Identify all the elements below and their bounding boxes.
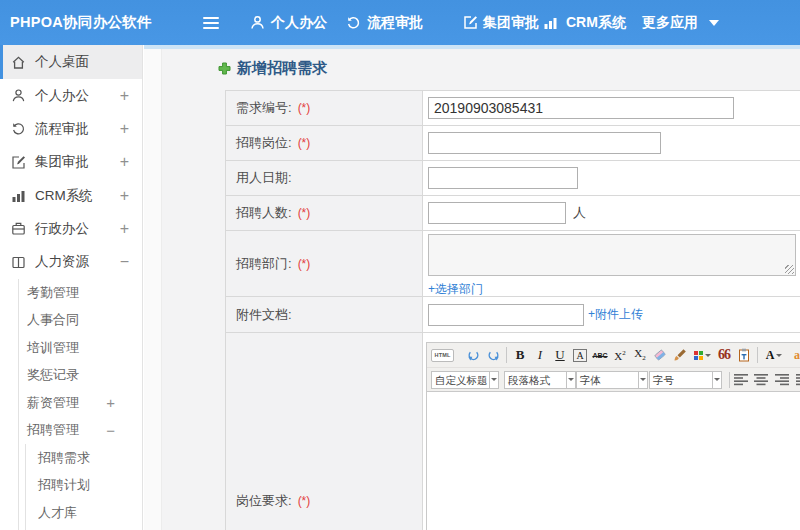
font-color-button[interactable]: A: [761, 346, 787, 364]
person-icon: [11, 88, 26, 103]
italic-button[interactable]: I: [530, 346, 550, 364]
expand-icon[interactable]: +: [106, 395, 115, 410]
sidebar-item-admin-office[interactable]: 行政办公 +: [0, 212, 142, 245]
expand-icon[interactable]: +: [120, 188, 129, 204]
form-row-hire-date: 用人日期:: [226, 161, 800, 196]
sidebar-item-recruit-mgmt[interactable]: 招聘管理−: [0, 416, 142, 444]
bold-button[interactable]: B: [510, 346, 530, 364]
strikethrough-button[interactable]: ABC: [590, 346, 610, 364]
field-label: 招聘人数:: [236, 204, 292, 222]
blockquote-button[interactable]: 66: [714, 346, 734, 364]
sidebar-item-hr[interactable]: 人力资源 −: [0, 245, 142, 278]
field-label: 需求编号:: [236, 99, 292, 117]
chevron-down-icon: [566, 372, 575, 388]
chevron-down-icon: [712, 372, 721, 388]
bar-chart-icon: [11, 188, 26, 203]
content-gutter: [144, 49, 162, 530]
form-row-position: 招聘岗位:(*): [226, 126, 800, 161]
html-source-button[interactable]: HTML: [431, 349, 454, 362]
sidebar-item-crm[interactable]: CRM系统 +: [0, 179, 142, 212]
sidebar-item-personal-office[interactable]: 个人办公 +: [0, 79, 142, 112]
hire-date-input[interactable]: [428, 167, 578, 189]
attachment-input[interactable]: [428, 304, 584, 326]
field-label: 岗位要求:: [236, 492, 292, 510]
font-button[interactable]: A: [570, 346, 590, 364]
form-row-headcount: 招聘人数:(*) 人: [226, 196, 800, 231]
sidebar-item-process-approval[interactable]: 流程审批 +: [0, 112, 142, 145]
form-row-department: 招聘部门:(*) +选择部门: [226, 231, 800, 297]
subscript-button[interactable]: X2: [630, 346, 650, 364]
rich-text-editor: HTML B I U A ABC X2 X2 66: [426, 342, 800, 530]
page-title-row: 新增招聘需求: [218, 59, 327, 78]
select-department-link[interactable]: +选择部门: [428, 281, 483, 298]
custom-title-select[interactable]: 自定义标题: [431, 371, 499, 389]
sidebar-item-recruit-plan[interactable]: 招聘计划: [0, 471, 142, 499]
nav-personal-office[interactable]: 个人办公: [250, 0, 327, 45]
editor-toolbar-row1: HTML B I U A ABC X2 X2 66: [427, 343, 800, 368]
app-header: PHPOA协同办公软件 个人办公 流程审批 集团审批 CRM系统 更多应用: [0, 0, 800, 45]
demand-no-input[interactable]: [428, 97, 734, 119]
sidebar-item-desktop[interactable]: 个人桌面: [0, 45, 142, 79]
unit-label: 人: [573, 204, 586, 222]
background-color-button[interactable]: a: [787, 346, 800, 364]
attachment-upload-link[interactable]: +附件上传: [588, 306, 643, 323]
editor-toolbar-row2: 自定义标题 段落格式 字体 字号: [427, 368, 800, 392]
nav-crm-system[interactable]: CRM系统: [543, 0, 626, 45]
position-input[interactable]: [428, 132, 661, 154]
sidebar-item-salary[interactable]: 薪资管理+: [0, 389, 142, 417]
superscript-button[interactable]: X2: [610, 346, 630, 364]
tree-guide-line: [18, 279, 19, 530]
align-right-icon[interactable]: [775, 371, 791, 389]
chevron-down-icon: [489, 372, 498, 388]
sidebar-item-rewards[interactable]: 奖惩记录: [0, 361, 142, 389]
chevron-down-icon: [638, 372, 647, 388]
required-mark: (*): [298, 206, 311, 220]
color-palette-icon[interactable]: [690, 346, 714, 364]
editor-content-area[interactable]: [427, 392, 800, 530]
headcount-input[interactable]: [428, 202, 566, 224]
nav-more-apps[interactable]: 更多应用: [642, 0, 698, 45]
sidebar: 个人桌面 个人办公 + 流程审批 + 集团审批 + CRM系统 + 行政办公 +…: [0, 45, 143, 530]
redo-icon[interactable]: [483, 346, 503, 364]
sidebar-item-recruit-demand[interactable]: 招聘需求: [0, 444, 142, 472]
expand-icon[interactable]: −: [106, 423, 115, 438]
align-center-icon[interactable]: [754, 371, 770, 389]
undo-icon[interactable]: [463, 346, 483, 364]
field-label: 附件文档:: [236, 306, 292, 324]
sidebar-item-attendance[interactable]: 考勤管理: [0, 279, 142, 307]
person-icon: [250, 15, 265, 30]
sidebar-item-hr-contract[interactable]: 人事合同: [0, 306, 142, 334]
department-textarea[interactable]: [428, 234, 796, 276]
sidebar-item-group-approval[interactable]: 集团审批 +: [0, 146, 142, 179]
expand-icon[interactable]: +: [120, 88, 129, 104]
form-row-attachment: 附件文档: +附件上传: [226, 297, 800, 333]
more-apps-caret-icon[interactable]: [709, 20, 719, 26]
page-title: 新增招聘需求: [237, 59, 327, 78]
nav-group-approval[interactable]: 集团审批: [463, 0, 539, 45]
paste-icon[interactable]: [734, 346, 754, 364]
format-brush-icon[interactable]: [670, 346, 690, 364]
expand-icon[interactable]: +: [120, 221, 129, 237]
nav-process-approval[interactable]: 流程审批: [346, 0, 423, 45]
expand-icon[interactable]: +: [120, 121, 129, 137]
sidebar-item-training[interactable]: 培训管理: [0, 334, 142, 362]
align-left-icon[interactable]: [733, 371, 749, 389]
briefcase-icon: [11, 221, 26, 236]
resize-grip[interactable]: [785, 265, 794, 274]
field-label: 用人日期:: [236, 169, 292, 187]
sidebar-item-talent-pool[interactable]: 人才库: [0, 499, 142, 527]
required-mark: (*): [298, 257, 311, 271]
process-icon: [11, 121, 26, 136]
underline-button[interactable]: U: [550, 346, 570, 364]
required-mark: (*): [298, 494, 311, 508]
eraser-icon[interactable]: [650, 346, 670, 364]
menu-toggle-icon[interactable]: [203, 17, 219, 29]
expand-icon[interactable]: +: [120, 154, 129, 170]
align-justify-icon[interactable]: [795, 371, 800, 389]
app-logo: PHPOA协同办公软件: [10, 0, 152, 45]
font-size-select[interactable]: 字号: [649, 371, 722, 389]
font-family-select[interactable]: 字体: [576, 371, 648, 389]
paragraph-format-select[interactable]: 段落格式: [504, 371, 576, 389]
form-row-requirements: 岗位要求:(*) HTML B I U A ABC X2 X2: [226, 333, 800, 530]
expand-icon[interactable]: −: [120, 254, 129, 270]
